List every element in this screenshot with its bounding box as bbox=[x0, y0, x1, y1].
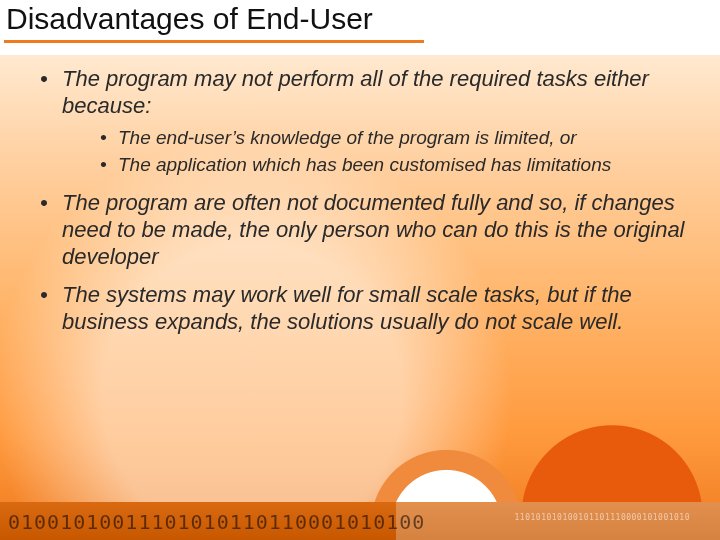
slide: 01001010011101010110110001010100 1101010… bbox=[0, 0, 720, 540]
slide-body: The program may not perform all of the r… bbox=[36, 66, 696, 348]
bullet-text: The program may not perform all of the r… bbox=[62, 66, 649, 118]
title-underline bbox=[4, 40, 424, 43]
binary-decoration: 01001010011101010110110001010100 bbox=[8, 510, 425, 534]
binary-decoration-small: 110101010100101101110000101001010 bbox=[515, 513, 690, 522]
slide-title: Disadvantages of End-User bbox=[6, 2, 710, 38]
list-item: The program are often not documented ful… bbox=[36, 190, 696, 270]
list-item: The program may not perform all of the r… bbox=[36, 66, 696, 176]
bullet-list: The program may not perform all of the r… bbox=[36, 66, 696, 336]
list-item: The application which has been customise… bbox=[96, 153, 696, 176]
list-item: The systems may work well for small scal… bbox=[36, 282, 696, 336]
sub-list: The end-user’s knowledge of the program … bbox=[96, 126, 696, 176]
list-item: The end-user’s knowledge of the program … bbox=[96, 126, 696, 149]
footer-strip: 01001010011101010110110001010100 1101010… bbox=[0, 502, 720, 540]
